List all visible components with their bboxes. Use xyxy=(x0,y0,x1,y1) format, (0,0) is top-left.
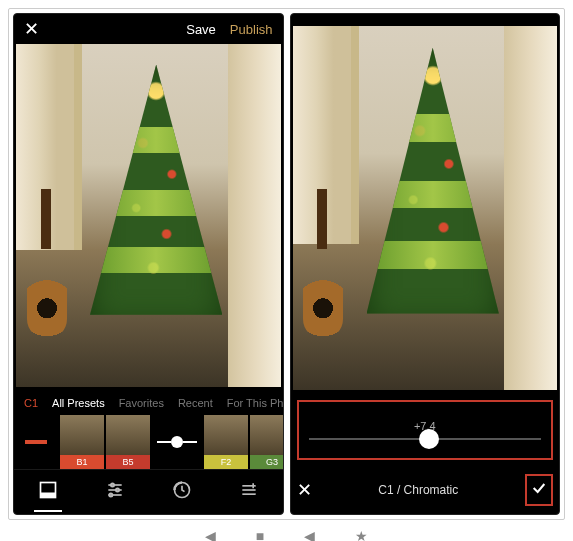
bottom-toolbar xyxy=(14,469,283,514)
photo-canvas[interactable] xyxy=(16,44,281,387)
editor-screen-presets: ✕ Save Publish C1 All Presets Favorites … xyxy=(13,13,284,515)
adjust-node-icon xyxy=(171,436,183,448)
preset-category-tabs: C1 All Presets Favorites Recent For This… xyxy=(14,391,283,415)
tab-favorites[interactable]: Favorites xyxy=(119,397,164,409)
editor-header: ✕ Save Publish xyxy=(14,14,283,44)
intensity-slider[interactable] xyxy=(309,438,542,440)
preset-thumbnails: B1 B5 F2 G3 M xyxy=(14,415,283,469)
tab-all-presets[interactable]: All Presets xyxy=(52,397,105,409)
preset-b5[interactable]: B5 xyxy=(106,415,150,469)
slider-footer: ✕ C1 / Chromatic xyxy=(291,466,560,514)
intensity-slider-panel: +7.4 xyxy=(297,400,554,460)
history-tool-icon[interactable] xyxy=(172,480,192,504)
preset-none[interactable] xyxy=(14,415,58,469)
preset-f2[interactable]: F2 xyxy=(204,415,248,469)
nav-back-icon[interactable]: ◀ xyxy=(304,528,315,541)
preset-c1-selected[interactable] xyxy=(152,415,202,469)
confirm-button[interactable] xyxy=(525,474,553,506)
android-nav-bar: ◀ ■ ◀ ★ xyxy=(8,520,565,541)
cancel-icon[interactable]: ✕ xyxy=(297,481,312,499)
editor-header-empty xyxy=(291,14,560,26)
check-icon xyxy=(531,480,547,496)
tab-recent[interactable]: Recent xyxy=(178,397,213,409)
publish-button[interactable]: Publish xyxy=(230,22,273,37)
nav-back-icon[interactable]: ◀ xyxy=(205,528,216,541)
photo-canvas[interactable] xyxy=(293,26,558,390)
organize-tool-icon[interactable] xyxy=(239,480,259,504)
preset-b1[interactable]: B1 xyxy=(60,415,104,469)
svg-rect-1 xyxy=(40,493,55,498)
active-filter-label: C1 / Chromatic xyxy=(378,483,458,497)
tab-c1[interactable]: C1 xyxy=(24,397,38,409)
nav-home-icon[interactable]: ■ xyxy=(256,528,264,541)
close-icon[interactable]: ✕ xyxy=(24,20,39,38)
save-button[interactable]: Save xyxy=(186,22,216,37)
tab-for-this-photo[interactable]: For This Photo xyxy=(227,397,283,409)
preset-g3[interactable]: G3 xyxy=(250,415,283,469)
editor-screen-slider: +7.4 ✕ C1 / Chromatic xyxy=(290,13,561,515)
slider-knob[interactable] xyxy=(419,429,439,449)
nav-recent-icon[interactable]: ★ xyxy=(355,528,368,541)
presets-tool-icon[interactable] xyxy=(38,480,58,504)
sliders-tool-icon[interactable] xyxy=(105,480,125,504)
